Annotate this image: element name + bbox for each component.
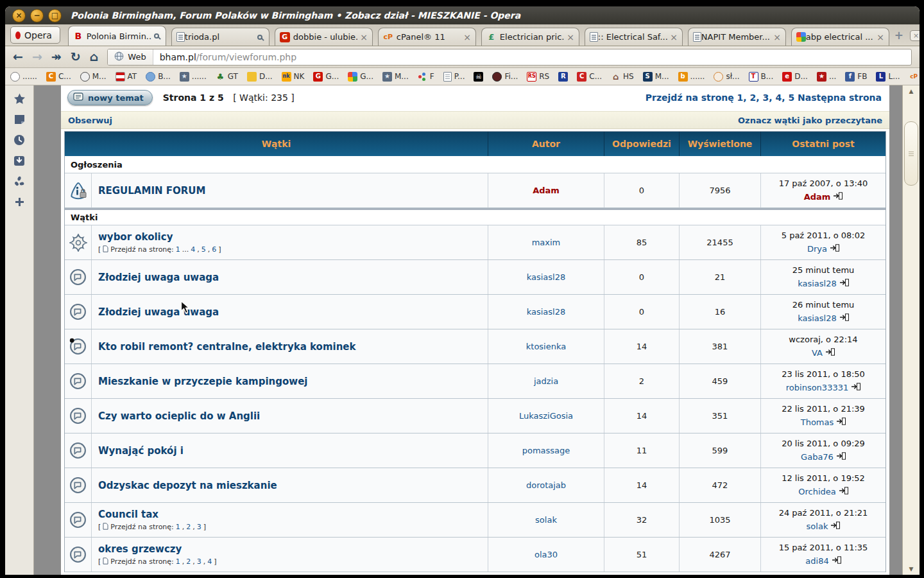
bookmark-t[interactable]: TB... bbox=[749, 72, 774, 82]
tab-search-icon[interactable] bbox=[257, 35, 262, 40]
top-page-link[interactable]: 2 bbox=[750, 92, 757, 103]
tab-close-icon[interactable]: × bbox=[670, 33, 678, 42]
address-bar[interactable]: Web bham.pl/forum/viewforum.php bbox=[107, 49, 912, 66]
topic-author-link[interactable]: pomassage bbox=[522, 446, 570, 455]
bookmark-rs[interactable]: RSRS bbox=[527, 72, 549, 82]
topic-title-link[interactable]: wybor okolicy bbox=[98, 231, 173, 243]
bookmark-s[interactable]: SM... bbox=[643, 72, 669, 82]
topic-title-link[interactable]: Wynająć pokój i bbox=[98, 445, 184, 457]
goto-page-link[interactable]: 3 bbox=[197, 557, 201, 566]
topic-title-link[interactable]: Kto robil remont? centralne, elektryka k… bbox=[98, 341, 356, 353]
top-page-link[interactable]: 3 bbox=[763, 92, 769, 103]
tab-8[interactable]: abp electrical ...× bbox=[791, 28, 889, 46]
bookmark-slownik[interactable]: sł... bbox=[714, 72, 739, 82]
tab-3[interactable]: Gdobbie - ulubie...× bbox=[275, 28, 373, 46]
tab-close-icon[interactable]: × bbox=[360, 33, 368, 42]
history-clock-icon[interactable] bbox=[13, 134, 25, 146]
tab-2[interactable]: trioda.pl bbox=[171, 28, 270, 46]
topic-title-link[interactable]: Mieszkanie w przyczepie kampingowej bbox=[98, 376, 308, 387]
bookmark-cni[interactable]: CC... bbox=[577, 72, 602, 82]
goto-page-link[interactable]: 5 bbox=[201, 245, 206, 254]
bookmark-f-dots[interactable]: F bbox=[418, 72, 434, 82]
goto-page-link[interactable]: 3 bbox=[197, 523, 201, 531]
add-panel-icon[interactable] bbox=[15, 197, 24, 207]
bookmark-lotto[interactable]: LL... bbox=[876, 72, 900, 82]
new-tab-button[interactable]: + bbox=[894, 29, 903, 42]
topic-author-link[interactable]: solak bbox=[535, 515, 557, 525]
bookmark-p-doc[interactable]: P... bbox=[443, 72, 465, 82]
top-page-link[interactable]: 1 bbox=[737, 92, 744, 103]
lastpost-user-link[interactable]: Adam bbox=[804, 191, 831, 204]
goto-page-link[interactable]: 2 bbox=[186, 523, 191, 531]
bookmark-mercedes-1[interactable]: ...... bbox=[10, 72, 37, 82]
forward-button[interactable]: → bbox=[32, 51, 42, 63]
goto-lastpost-icon[interactable] bbox=[839, 277, 849, 290]
tab-7[interactable]: NAPIT Member...× bbox=[688, 28, 786, 46]
topic-author-link[interactable]: ola30 bbox=[535, 550, 558, 559]
lastpost-user-link[interactable]: robinson33331 bbox=[786, 381, 848, 394]
lastpost-user-link[interactable]: adi84 bbox=[805, 555, 828, 568]
minimize-button[interactable]: − bbox=[30, 9, 44, 22]
bookmark-g-red[interactable]: GG... bbox=[313, 72, 339, 82]
tab-close-icon[interactable]: × bbox=[567, 33, 574, 42]
top-page-link[interactable]: 5 bbox=[788, 92, 794, 103]
tab-close-icon[interactable]: × bbox=[877, 33, 884, 42]
lastpost-user-link[interactable]: VA bbox=[812, 347, 823, 360]
opera-menu-button[interactable]: Opera bbox=[10, 26, 60, 44]
bookmark-r-flag[interactable]: R bbox=[558, 72, 568, 82]
topic-author-link[interactable]: maxim bbox=[532, 238, 561, 247]
goto-lastpost-icon[interactable] bbox=[839, 486, 848, 498]
tab-1[interactable]: BPolonia Birmin... bbox=[68, 26, 166, 46]
goto-lastpost-icon[interactable] bbox=[830, 243, 839, 256]
goto-page-link[interactable]: 4 bbox=[191, 245, 195, 254]
bookmark-c[interactable]: CC... bbox=[46, 72, 71, 82]
next-page-link[interactable]: Następna strona bbox=[798, 92, 882, 103]
tab-6[interactable]: :: Electrical Saf...× bbox=[585, 28, 683, 46]
lastpost-user-link[interactable]: kasiasl28 bbox=[798, 277, 837, 290]
goto-page-link[interactable]: 1 bbox=[176, 245, 180, 254]
address-zone-badge[interactable]: Web bbox=[108, 49, 153, 65]
notes-icon[interactable] bbox=[14, 114, 25, 125]
lastpost-user-link[interactable]: kasiasl28 bbox=[798, 312, 837, 325]
bookmark-mercedes-2[interactable]: M... bbox=[80, 72, 107, 82]
watch-forum-link[interactable]: Obserwuj bbox=[68, 116, 112, 125]
tab-search-icon[interactable] bbox=[154, 33, 159, 39]
new-topic-button[interactable]: nowy temat bbox=[67, 90, 153, 105]
topic-author-link[interactable]: kasiasl28 bbox=[527, 272, 566, 282]
bookmark-at-flag[interactable]: AT bbox=[116, 72, 137, 82]
home-button[interactable]: ⌂ bbox=[90, 51, 99, 63]
tab-5[interactable]: £Electrician pric...× bbox=[481, 28, 579, 46]
bookmark-gt-tree[interactable]: ♣GT bbox=[216, 72, 238, 82]
bookmark-facebook[interactable]: fFB bbox=[845, 72, 867, 82]
maximize-button[interactable]: □ bbox=[48, 9, 62, 22]
topic-title-link[interactable]: Złodziej uwaga uwaga bbox=[98, 306, 219, 318]
unite-icon[interactable] bbox=[13, 176, 25, 188]
lastpost-user-link[interactable]: Orchidea bbox=[798, 486, 836, 498]
topic-title-link[interactable]: REGULAMIN FORUM bbox=[98, 185, 205, 197]
bookmark-star-2[interactable]: ★M... bbox=[382, 72, 409, 82]
goto-lastpost-icon[interactable] bbox=[833, 191, 843, 204]
topic-author-link[interactable]: ktosienka bbox=[526, 342, 566, 351]
bookmark-nk[interactable]: nkNK bbox=[282, 72, 305, 82]
goto-page-link[interactable]: 4 bbox=[207, 557, 212, 566]
topic-title-link[interactable]: Odzyskac depozyt na mieszkanie bbox=[98, 480, 277, 491]
tab-close-icon[interactable]: × bbox=[773, 33, 781, 42]
topic-author-link[interactable]: jadzia bbox=[534, 376, 558, 386]
downloads-icon[interactable] bbox=[13, 155, 25, 166]
lastpost-user-link[interactable]: solak bbox=[807, 520, 828, 533]
lastpost-user-link[interactable]: Thomas bbox=[801, 416, 834, 429]
bookmark-fi[interactable]: Fi... bbox=[492, 72, 518, 82]
reload-button[interactable]: ↻ bbox=[71, 51, 81, 63]
topic-title-link[interactable]: Złodziej uwaga uwaga bbox=[98, 272, 219, 283]
bookmark-e[interactable]: eD... bbox=[782, 72, 808, 82]
goto-lastpost-icon[interactable] bbox=[836, 451, 846, 464]
goto-lastpost-icon[interactable] bbox=[825, 347, 835, 360]
bookmark-cpanel[interactable]: cPM... bbox=[909, 72, 920, 82]
topic-title-link[interactable]: Council tax bbox=[98, 509, 158, 520]
goto-lastpost-icon[interactable] bbox=[830, 520, 840, 533]
window-titlebar[interactable]: ×−□ Polonia Birmingham, Forum Polaków w … bbox=[5, 6, 920, 24]
bookmarks-star-icon[interactable] bbox=[13, 93, 26, 105]
bookmark-bing[interactable]: b...... bbox=[678, 72, 705, 82]
page-scrollbar[interactable]: ▲ ▼ bbox=[902, 85, 920, 575]
scrollbar-up-arrow[interactable]: ▲ bbox=[903, 88, 920, 94]
